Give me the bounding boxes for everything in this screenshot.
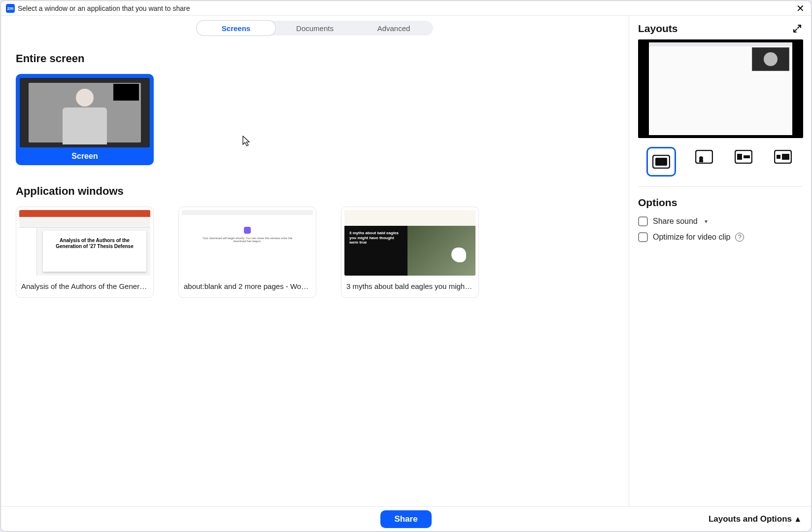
share-sound-label: Share sound	[653, 217, 698, 226]
checkbox-share-sound[interactable]	[638, 216, 648, 226]
app-icon: zm	[6, 4, 15, 13]
layout-option-pip[interactable]	[693, 147, 715, 167]
svg-point-3	[699, 156, 703, 160]
chevron-down-icon[interactable]: ▾	[705, 218, 708, 225]
app-window-browser-eagles[interactable]: 3 myths about bald eagles you might have…	[341, 207, 479, 298]
svg-rect-7	[744, 155, 750, 158]
caret-up-icon: ▴	[796, 514, 800, 524]
share-button[interactable]: Share	[380, 510, 431, 528]
window-title: Select a window or an application that y…	[18, 4, 791, 12]
titlebar: zm Select a window or an application tha…	[1, 1, 811, 16]
app-label: 3 myths about bald eagles you might h...	[341, 276, 478, 297]
sidebar-options-title: Options	[638, 197, 802, 209]
svg-rect-6	[737, 154, 742, 160]
screen-card[interactable]: Screen	[16, 74, 154, 165]
layouts-options-toggle[interactable]: Layouts and Options ▴	[709, 514, 800, 524]
layout-option-side[interactable]	[732, 147, 755, 167]
svg-rect-2	[696, 150, 712, 163]
screen-thumbnail	[20, 78, 150, 147]
close-icon[interactable]: ✕	[794, 2, 806, 14]
app-thumbnail: Analysis of the Authors of the Generatio…	[19, 210, 150, 276]
app-thumbnail: Your download will begin shortly. You ca…	[182, 210, 313, 276]
app-thumbnail: 3 myths about bald eagles you might have…	[344, 210, 475, 276]
layout-option-full[interactable]	[646, 147, 676, 177]
help-icon[interactable]: ?	[735, 233, 744, 242]
app-window-powerpoint[interactable]: Analysis of the Authors of the Generatio…	[16, 207, 154, 298]
footer: Share Layouts and Options ▴	[1, 506, 811, 531]
svg-rect-9	[777, 155, 780, 159]
svg-rect-10	[782, 154, 789, 160]
app-window-browser-blank[interactable]: Your download will begin shortly. You ca…	[178, 207, 316, 298]
tab-screens[interactable]: Screens	[197, 21, 275, 35]
expand-icon[interactable]	[792, 24, 802, 34]
layout-preview	[638, 39, 803, 138]
optimize-label: Optimize for video clip	[653, 233, 730, 242]
screen-card-label: Screen	[16, 147, 154, 165]
tab-advanced[interactable]: Advanced	[354, 21, 433, 35]
checkbox-optimize-video[interactable]	[638, 232, 648, 242]
svg-rect-4	[699, 160, 703, 162]
app-label: about:blank and 2 more pages - Work ...	[179, 276, 316, 297]
option-share-sound[interactable]: Share sound ▾	[638, 213, 802, 229]
tab-documents[interactable]: Documents	[275, 21, 354, 35]
app-label: Analysis of the Authors of the Generati.…	[16, 276, 153, 297]
cursor-icon	[242, 136, 251, 146]
layout-option-split[interactable]	[772, 147, 794, 167]
section-entire-screen: Entire screen	[16, 52, 614, 65]
section-app-windows: Application windows	[16, 185, 614, 198]
option-optimize-video[interactable]: Optimize for video clip ?	[638, 229, 802, 245]
sidebar-layouts-title: Layouts	[638, 23, 678, 35]
tabs: Screens Documents Advanced	[197, 21, 433, 35]
svg-rect-1	[655, 158, 667, 166]
